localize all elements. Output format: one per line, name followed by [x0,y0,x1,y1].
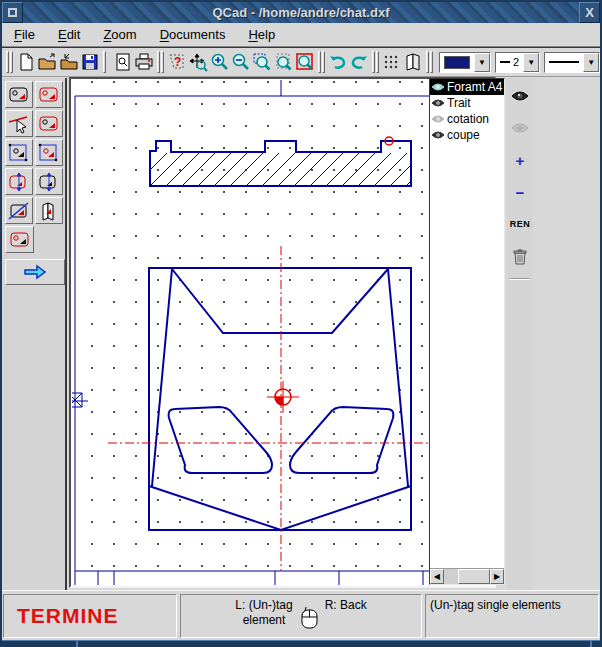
close-file-icon [59,52,79,72]
zoom-page-button[interactable] [273,50,294,74]
menu-item-edit[interactable]: Edit [55,25,83,44]
toolbar-handle[interactable] [426,51,433,73]
add-layer-button[interactable]: + [509,148,531,172]
toolbar-handle[interactable] [157,51,164,73]
system-menu-icon [8,8,17,17]
remove-layer-button[interactable]: − [509,180,531,204]
zoom-in-button[interactable] [209,50,230,74]
redraw-icon: ? [167,52,187,72]
new-file-icon [16,52,36,72]
zoom-out-button[interactable] [230,50,251,74]
menu-item-zoom[interactable]: Zoom [100,25,139,44]
toolbar-handle[interactable] [6,51,13,73]
tag-window-icon [7,143,31,163]
scroll-left-arrow[interactable]: ◀ [430,569,444,584]
pick-element-icon [7,114,31,134]
proceed-button[interactable] [5,259,65,285]
untag-range-tool[interactable] [35,168,63,195]
close-button[interactable]: X [579,2,600,23]
right-mouse-hint: R: Back [325,598,367,612]
layers-toggle-button[interactable] [402,50,423,74]
close-file-button[interactable] [58,50,79,74]
zoom-page-icon [274,52,294,72]
print-preview-button[interactable] [112,50,133,74]
command-status-panel: TERMINE [3,594,177,638]
toolbar-handle[interactable] [372,51,379,73]
open-file-icon [37,52,57,72]
print-preview-icon [113,52,133,72]
show-layer-button[interactable] [509,84,531,108]
command-status-text: TERMINE [17,604,119,628]
layer-row[interactable]: Foramt A4 [430,79,504,95]
menu-bar: FileEditZoomDocumentsHelp [2,23,600,47]
system-menu-button[interactable] [2,2,23,23]
tag-range-icon [7,172,31,192]
tag-layer-tool[interactable] [35,197,63,224]
new-file-button[interactable] [15,50,36,74]
layer-list[interactable]: Foramt A4Traitcotationcoupe ◀ ▶ [429,78,505,585]
hide-layer-button[interactable] [509,116,531,140]
layer-name: cotation [447,112,489,126]
redo-button[interactable] [348,50,369,74]
tool-palette [3,78,67,590]
print-button[interactable] [133,50,154,74]
undo-button[interactable] [327,50,348,74]
menu-item-help[interactable]: Help [245,25,278,44]
untag-all-tool[interactable] [5,197,33,224]
chevron-down-icon[interactable]: ▼ [474,53,490,72]
chevron-down-icon[interactable]: ▼ [523,53,539,72]
mouse-icon [297,598,321,630]
rename-layer-button[interactable]: REN [509,212,531,236]
layer-name: Foramt A4 [447,80,502,94]
menu-item-file[interactable]: File [11,25,38,44]
title-bar[interactable]: QCad - /home/andre/chat.dxf X [2,2,600,23]
line-width-combo[interactable]: 2 ▼ [495,52,540,73]
untag-element-tool[interactable] [35,81,63,108]
toolbar-separator [103,51,110,73]
zoom-window-button[interactable] [252,50,273,74]
eye-icon [431,82,445,92]
layer-list-hscrollbar[interactable]: ◀ ▶ [430,568,504,584]
print-icon [134,52,154,72]
invert-tag-icon [8,230,32,250]
layer-row[interactable]: coupe [430,127,504,143]
menu-item-documents[interactable]: Documents [157,25,229,44]
main-area: 10.00 Foramt A4Traitcotationcoupe ◀ ▶ + … [2,77,600,590]
save-file-button[interactable] [79,50,100,74]
tag-window-tool[interactable] [5,139,33,166]
zoom-out-icon [231,52,251,72]
delete-layer-button[interactable] [509,244,531,268]
layer-buttons-panel: + − REN [507,78,533,590]
trash-icon [512,248,528,265]
layer-row[interactable]: Trait [430,95,504,111]
chevron-down-icon[interactable]: ▼ [583,53,599,72]
window-bottom-border [2,640,600,647]
mouse-hint-panel: L: (Un-)tag element R: Back [180,594,422,638]
redraw-button[interactable]: ? [166,50,187,74]
open-file-button[interactable] [37,50,58,74]
line-style-sample [549,61,579,63]
color-combo[interactable]: ▼ [439,52,491,73]
arrow-right-icon [21,263,49,281]
line-width-value: 2 [513,56,519,68]
scrollbar-thumb[interactable] [458,569,490,584]
toolbar-handle[interactable] [318,51,325,73]
tag-contour-tool[interactable] [35,110,63,137]
line-style-combo[interactable]: ▼ [544,52,600,73]
layer-row[interactable]: cotation [430,111,504,127]
left-mouse-hint-2: element [235,613,292,628]
tag-element-tool[interactable] [5,81,33,108]
pick-element-tool[interactable] [5,110,33,137]
eye-off-icon [511,122,529,134]
redo-icon [349,52,369,72]
untag-window-tool[interactable] [35,139,63,166]
save-file-icon [80,52,100,72]
zoom-in-icon [210,52,230,72]
zoom-redraw-button[interactable] [294,50,315,74]
invert-tag-tool[interactable] [5,226,34,253]
grid-toggle-button[interactable] [381,50,402,74]
tag-range-tool[interactable] [5,168,33,195]
scroll-right-arrow[interactable]: ▶ [490,569,504,584]
zoom-pan-button[interactable] [187,50,208,74]
zoom-redraw-icon [295,52,315,72]
